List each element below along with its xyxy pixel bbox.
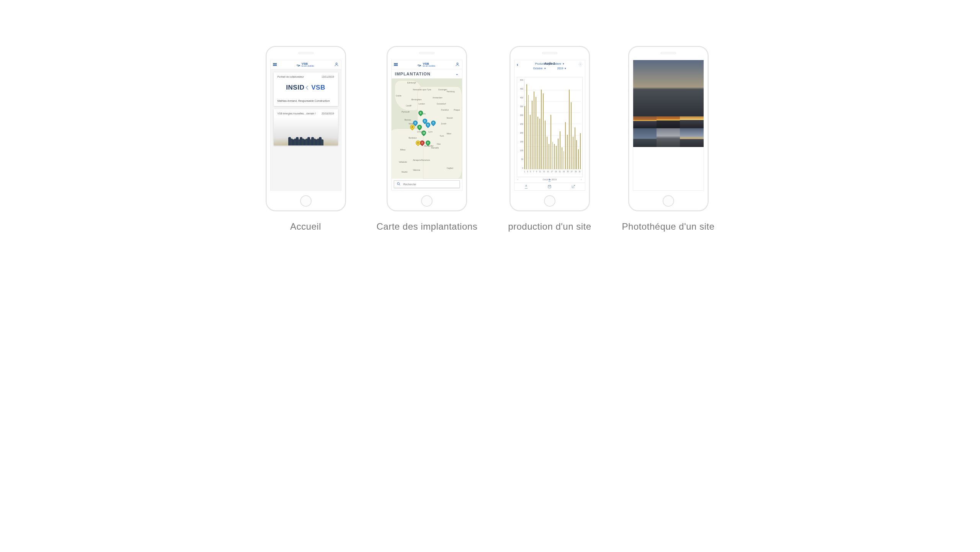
home-button[interactable]	[421, 195, 433, 207]
svg-point-1	[457, 63, 458, 64]
city-label: Munich	[447, 117, 453, 119]
unit-implantations: VSB les airs durables IMPLANTATION ⌄	[377, 46, 478, 232]
bar[interactable]	[552, 142, 553, 169]
card-date: 13/11/2019	[322, 75, 334, 78]
bar[interactable]	[569, 90, 570, 169]
accueil-feed[interactable]: Portrait de collaborateur 13/11/2019 INS…	[271, 69, 341, 191]
card-category: Portrait de collaborateur	[278, 75, 304, 78]
bar[interactable]	[532, 101, 532, 169]
bar[interactable]	[543, 93, 544, 169]
metric-dropdown[interactable]: Production journaliere▾	[535, 62, 564, 65]
arrow-left-icon	[305, 85, 310, 90]
search-input[interactable]	[394, 180, 460, 188]
bar[interactable]	[560, 131, 560, 169]
city-label: Zurich	[441, 122, 446, 125]
app-topbar: VSB les airs durables	[271, 60, 341, 69]
phone-frame: VSB les airs durables Portrait de collab…	[266, 46, 346, 211]
bar[interactable]	[528, 95, 529, 169]
search-icon	[397, 181, 401, 188]
bar[interactable]	[541, 90, 542, 169]
feed-card[interactable]: Portrait de collaborateur 13/11/2019 INS…	[274, 72, 338, 106]
bar[interactable]	[526, 84, 527, 169]
city-label: Lyon	[428, 131, 433, 133]
photo-thumb[interactable]	[633, 60, 704, 116]
tab-stats[interactable]	[514, 183, 538, 190]
bar[interactable]	[539, 119, 540, 169]
bar[interactable]	[536, 97, 536, 169]
photo-thumb[interactable]	[633, 128, 657, 147]
hamburger-icon[interactable]	[394, 63, 398, 66]
tab-open[interactable]	[562, 183, 585, 190]
chart-bars	[524, 79, 581, 169]
bar[interactable]	[530, 115, 531, 169]
city-label: Prague	[454, 109, 460, 111]
bar[interactable]	[564, 151, 564, 169]
bar[interactable]	[562, 147, 562, 169]
bar[interactable]	[578, 149, 579, 169]
city-label: London	[418, 103, 425, 105]
bar[interactable]	[547, 137, 547, 169]
photo-thumb[interactable]	[657, 128, 680, 147]
hamburger-icon[interactable]	[273, 63, 277, 66]
screen-phototheque: 2017-01 Inspection Punchlist	[633, 60, 704, 191]
home-button[interactable]	[663, 195, 674, 207]
bar[interactable]	[567, 135, 568, 169]
user-icon[interactable]	[334, 62, 339, 67]
user-icon[interactable]	[455, 62, 460, 67]
photo-thumb[interactable]	[680, 128, 703, 147]
bar[interactable]	[573, 137, 573, 169]
phone-speaker	[419, 52, 434, 54]
year-dropdown[interactable]: 2019▾	[557, 67, 567, 70]
implantation-body: IMPLANTATION ⌄ Edinburgh Newcastle upon …	[392, 69, 462, 190]
search-field[interactable]	[403, 183, 457, 186]
bar[interactable]	[576, 140, 577, 169]
share-row[interactable]	[514, 177, 585, 183]
unit-accueil: VSB les airs durables Portrait de collab…	[266, 46, 346, 232]
map-view[interactable]: Edinburgh Newcastle upon Tyne Dublin Bir…	[392, 78, 462, 179]
bar[interactable]	[565, 122, 566, 169]
city-label: Newcastle upon Tyne	[413, 88, 431, 91]
home-button[interactable]	[544, 195, 555, 207]
brand-logo[interactable]: VSB les airs durables	[418, 62, 435, 67]
bar[interactable]	[534, 91, 534, 169]
city-label: Birmingham	[412, 98, 422, 101]
svg-point-0	[336, 63, 337, 64]
bar[interactable]	[537, 117, 538, 169]
unit-phototheque: 2017-01 Inspection Punchlist	[622, 46, 715, 232]
phone-frame: VSB les airs durables IMPLANTATION ⌄	[387, 46, 467, 211]
city-label: Bordeaux	[408, 137, 416, 139]
bar[interactable]	[575, 127, 575, 169]
implantation-title-bar[interactable]: IMPLANTATION ⌄	[392, 69, 462, 78]
brand-logo[interactable]: VSB les airs durables	[297, 62, 314, 67]
chart-y-label: kWh	[514, 122, 515, 126]
tab-save[interactable]	[538, 183, 561, 190]
caption-phototheque: Photothéque d'un site	[622, 221, 715, 232]
bar[interactable]	[580, 133, 581, 169]
city-label: Amsterdam	[433, 96, 443, 99]
bar[interactable]	[558, 139, 559, 169]
crowd-illustration	[274, 130, 338, 145]
chart-footer-tabs	[514, 183, 585, 190]
city-label: Dublin	[396, 95, 401, 97]
production-chart[interactable]: kWh 500450400350300250200150100500 13579…	[517, 77, 583, 177]
home-button[interactable]	[300, 195, 312, 207]
feed-card[interactable]: VSB énergies nouvelles…demain ! 23/10/20…	[274, 109, 338, 145]
city-label: Edinburgh	[407, 82, 416, 84]
bar[interactable]	[550, 115, 551, 169]
bar[interactable]	[524, 106, 525, 169]
card-header: Portrait de collaborateur 13/11/2019	[274, 72, 338, 80]
logo-tagline: les airs durables	[423, 65, 435, 67]
production-body: Production journaliere▾ Octobre▾ 2019▾ k…	[514, 60, 585, 190]
bar[interactable]	[571, 102, 572, 169]
bar[interactable]	[545, 121, 546, 169]
logo-swirl-icon	[418, 63, 421, 67]
phone-speaker	[542, 52, 557, 54]
photo-grid-main	[633, 91, 704, 147]
screen-accueil: VSB les airs durables Portrait de collab…	[270, 60, 341, 191]
month-dropdown[interactable]: Octobre▾	[533, 67, 546, 70]
bar[interactable]	[554, 144, 555, 169]
photo-body[interactable]: 2017-01 Inspection Punchlist	[633, 60, 704, 190]
svg-point-2	[397, 183, 400, 185]
bar[interactable]	[556, 146, 557, 169]
bar[interactable]	[549, 144, 549, 169]
